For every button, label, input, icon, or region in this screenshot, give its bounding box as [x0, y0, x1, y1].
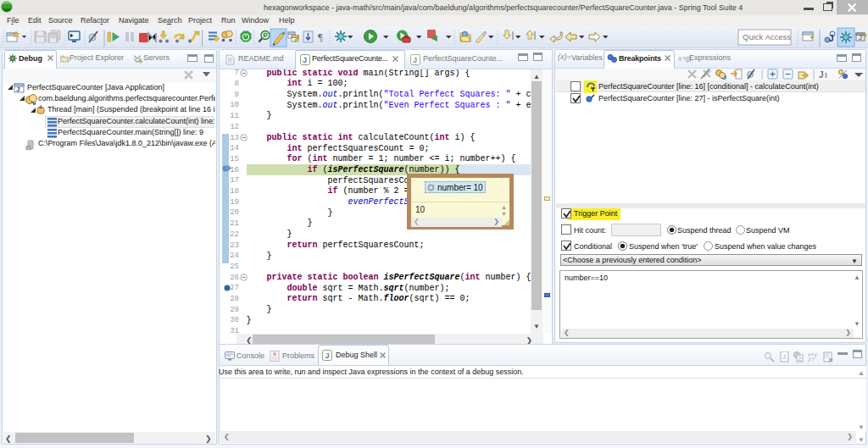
svg-text:¶: ¶: [318, 30, 323, 43]
svg-text:z?: z?: [808, 357, 815, 362]
svg-text:Quick Access: Quick Access: [743, 32, 791, 41]
svg-text:0: 0: [863, 31, 867, 39]
svg-text:J: J: [16, 86, 19, 93]
svg-text:J: J: [782, 353, 786, 361]
svg-text:J: J: [819, 70, 824, 80]
svg-text:J: J: [413, 56, 417, 64]
svg-text:!: !: [825, 71, 827, 80]
svg-text:2: 2: [798, 356, 802, 362]
svg-text:J: J: [326, 351, 330, 360]
svg-text:J: J: [303, 56, 307, 64]
svg-text:J: J: [859, 34, 862, 41]
svg-text:J: J: [829, 34, 834, 43]
